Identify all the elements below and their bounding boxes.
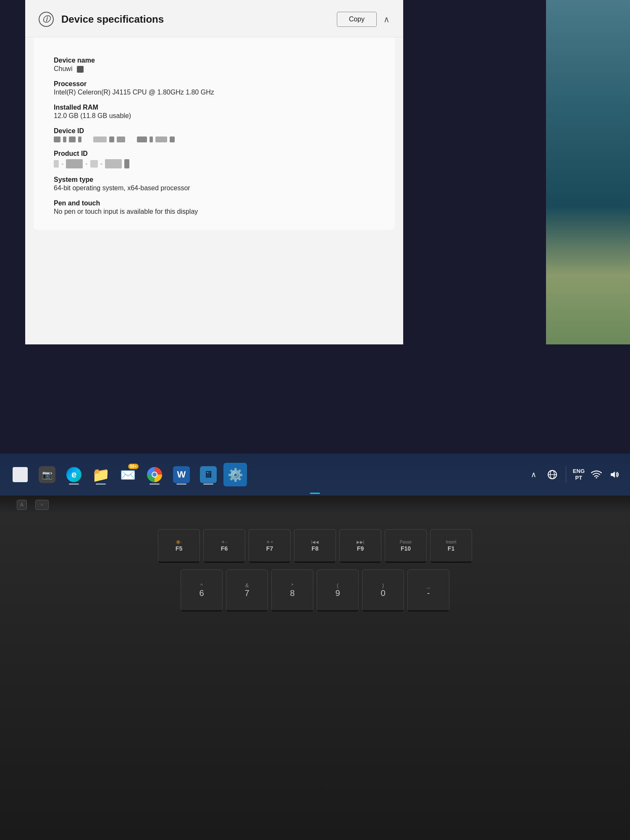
blur-block: [66, 159, 83, 168]
header-right: Copy ∧: [337, 12, 390, 27]
key-f7-fn-label: ✳ +: [266, 540, 273, 544]
volume-tray-button[interactable]: [608, 468, 622, 481]
key-f10[interactable]: Pause F10: [385, 529, 427, 563]
blur-block: [155, 136, 167, 142]
product-id-row: Product ID - - -: [54, 150, 375, 168]
key-f6[interactable]: ✳ - F6: [203, 529, 245, 563]
key-f6-fn-label: ✳ -: [221, 540, 227, 544]
settings-gear-icon: ⚙️: [228, 467, 243, 482]
key-f9[interactable]: ▶▶| F9: [339, 529, 381, 563]
settings-indicator: [310, 493, 320, 494]
widgets-button[interactable]: [8, 463, 32, 486]
product-id-blurred: - - -: [54, 159, 375, 168]
blur-block: [78, 136, 81, 142]
blur-block: [90, 160, 98, 168]
product-id-label: Product ID: [54, 150, 375, 158]
info-icon: ⓘ: [39, 12, 54, 27]
network-icon: [547, 470, 557, 480]
device-name-label: Device name: [54, 57, 375, 64]
file-explorer-indicator: [96, 483, 106, 485]
blur-block: [54, 136, 60, 142]
word-button[interactable]: W: [170, 463, 193, 486]
key-dash[interactable]: _ -: [407, 570, 449, 612]
key-6[interactable]: ^ 6: [181, 570, 223, 612]
header-left: ⓘ Device specifications: [39, 12, 164, 27]
device-name-copy-icon: [77, 66, 84, 73]
key-8[interactable]: * 8: [271, 570, 313, 612]
key-f7-main-label: F7: [266, 545, 273, 552]
device-id-value: [54, 136, 375, 142]
display-app-symbol: 🖥: [204, 469, 213, 480]
edge-symbol: e: [71, 469, 76, 480]
device-spec-header: ⓘ Device specifications Copy ∧: [25, 0, 403, 37]
mail-badge: 99+: [128, 464, 139, 469]
mail-button[interactable]: ✉️ 99+: [116, 463, 139, 486]
widgets-icon: [13, 467, 28, 482]
key-dash-bottom: -: [427, 588, 430, 598]
key-insert-main-label: F1: [448, 545, 454, 552]
keyboard-fn-row: 🔅- F5 ✳ - F6 ✳ + F7 |◀◀ F8 ▶▶| F9 Pause …: [0, 521, 630, 566]
system-type-value: 64-bit operating system, x64-based proce…: [54, 184, 375, 192]
word-symbol: W: [177, 469, 186, 480]
device-id-label: Device ID: [54, 127, 375, 135]
svg-marker-4: [611, 471, 615, 478]
pen-touch-label: Pen and touch: [54, 200, 375, 207]
network-tray-icon[interactable]: [546, 468, 559, 481]
key-f8-fn-label: |◀◀: [311, 540, 319, 544]
key-f5[interactable]: 🔅- F5: [158, 529, 200, 563]
taskbar: 📷 e 📁 ✉️ 99+ W 🖥: [0, 454, 630, 496]
chrome-button[interactable]: [143, 463, 166, 486]
key-0[interactable]: ) 0: [362, 570, 404, 612]
chrome-icon: [147, 467, 162, 482]
settings-button[interactable]: ⚙️: [223, 463, 247, 486]
key-f8[interactable]: |◀◀ F8: [294, 529, 336, 563]
key-f6-main-label: F6: [221, 545, 228, 552]
device-name-row: Device name Chuwi: [54, 57, 375, 73]
key-7-bottom: 7: [244, 588, 249, 598]
key-9[interactable]: ( 9: [317, 570, 359, 612]
key-f5-fn-label: 🔅-: [176, 540, 182, 544]
display-app-button[interactable]: 🖥: [197, 463, 220, 486]
key-8-bottom: 8: [290, 588, 294, 598]
language-eng: ENG: [573, 468, 585, 475]
key-f7[interactable]: ✳ + F7: [249, 529, 291, 563]
edge-indicator: [69, 483, 79, 485]
blur-separator: -: [61, 160, 63, 168]
copy-button[interactable]: Copy: [337, 12, 377, 27]
word-indicator: [176, 483, 186, 485]
info-symbol: ⓘ: [42, 14, 50, 24]
file-explorer-button[interactable]: 📁: [89, 463, 113, 486]
pen-touch-row: Pen and touch No pen or touch input is a…: [54, 200, 375, 215]
blur-block: [54, 160, 59, 168]
key-6-top: ^: [200, 582, 203, 588]
laptop-indicators: A ⌗: [13, 496, 53, 514]
key-dash-top: _: [427, 582, 430, 588]
key-insert[interactable]: Insert F1: [430, 529, 472, 563]
system-type-row: System type 64-bit operating system, x64…: [54, 176, 375, 192]
tray-expand-button[interactable]: ∧: [527, 468, 541, 481]
key-7[interactable]: & 7: [226, 570, 268, 612]
key-0-top: ): [382, 582, 384, 588]
blur-block: [137, 136, 147, 142]
device-name-value: Chuwi: [54, 65, 375, 73]
processor-row: Processor Intel(R) Celeron(R) J4115 CPU …: [54, 80, 375, 96]
key-insert-fn-label: Insert: [446, 540, 456, 544]
wifi-tray-button[interactable]: [590, 468, 603, 481]
blur-block: [124, 159, 129, 168]
blur-block: [93, 136, 107, 142]
collapse-chevron-icon[interactable]: ∧: [383, 14, 390, 24]
teams-icon-symbol: 📷: [42, 470, 52, 480]
key-f10-main-label: F10: [401, 545, 411, 552]
teams-button[interactable]: 📷: [35, 463, 59, 486]
key-f8-main-label: F8: [312, 545, 318, 552]
teams-icon: 📷: [39, 466, 55, 483]
edge-button[interactable]: e: [62, 463, 86, 486]
system-tray: ∧ ENG PT: [527, 466, 622, 483]
chrome-indicator: [150, 483, 160, 485]
key-6-bottom: 6: [199, 588, 204, 598]
fn-indicator: ⌗: [41, 502, 43, 507]
key-9-bottom: 9: [335, 588, 340, 598]
display-app-icon: 🖥: [200, 466, 217, 483]
language-indicator[interactable]: ENG PT: [573, 468, 585, 481]
word-icon: W: [173, 466, 190, 483]
